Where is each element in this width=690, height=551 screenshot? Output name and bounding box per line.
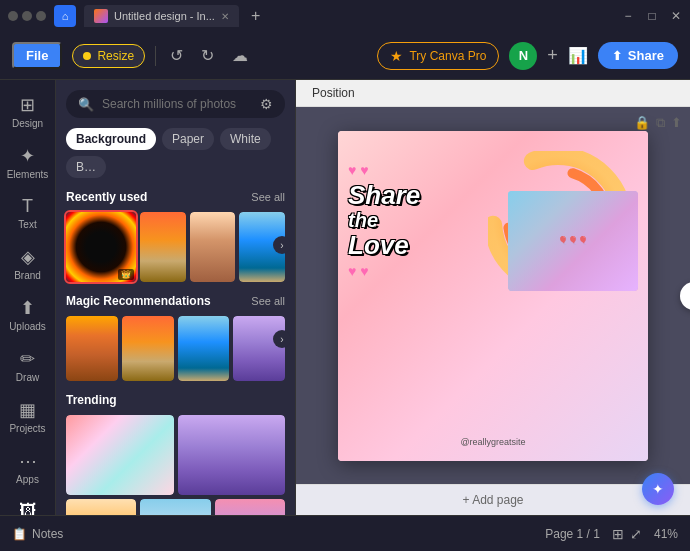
recently-used-photo-2[interactable] <box>140 212 186 282</box>
notes-label: Notes <box>32 527 63 541</box>
recently-used-next-arrow[interactable]: › <box>273 236 291 254</box>
chip-paper[interactable]: Paper <box>162 128 214 150</box>
filter-icon[interactable]: ⚙ <box>260 96 273 112</box>
view-buttons: ⊞ ⤢ <box>612 526 642 542</box>
crown-icon: 👑 <box>118 269 134 280</box>
minimize-button[interactable]: − <box>622 10 634 22</box>
recently-used-photo-1[interactable]: 👑 <box>66 212 136 282</box>
canvas-refresh-button[interactable]: ↻ <box>680 282 690 310</box>
search-input[interactable] <box>102 97 252 111</box>
icon-sidebar: ⊞ Design ✦ Elements T Text ◈ Brand ⬆ Upl… <box>0 80 56 515</box>
copy-icon[interactable]: ⧉ <box>656 115 665 131</box>
trending-row-2 <box>66 499 285 515</box>
magic-recs-see-all[interactable]: See all <box>251 295 285 307</box>
resize-label: Resize <box>97 49 134 63</box>
position-label: Position <box>312 86 355 100</box>
grid-view-button[interactable]: ⊞ <box>612 526 624 542</box>
app-dots <box>8 11 46 21</box>
canvas-frame[interactable]: ♥ ♥ Share the Love ♥ ♥ <box>338 131 648 461</box>
file-button[interactable]: File <box>12 42 62 69</box>
text-icon: T <box>22 196 33 217</box>
sidebar-item-uploads[interactable]: ⬆ Uploads <box>4 291 52 338</box>
balloons-graphic: 🎈🎈🎈 <box>508 191 638 291</box>
add-page-button[interactable]: + Add page <box>296 484 690 515</box>
photos-icon: 🖼 <box>19 501 37 515</box>
sidebar-item-photos[interactable]: 🖼 Photos <box>4 495 52 515</box>
magic-photo-2[interactable] <box>122 316 174 381</box>
active-tab[interactable]: Untitled design - In... ✕ <box>84 5 239 27</box>
magic-photo-4[interactable] <box>233 316 285 381</box>
photos-panel: 🔍 ⚙ Background Paper White B… Recently u… <box>56 80 296 515</box>
trending-photo-1[interactable] <box>66 415 174 495</box>
design-icon: ⊞ <box>20 94 35 116</box>
maximize-button[interactable]: □ <box>646 10 658 22</box>
canvas-credit: @reallygreatsite <box>460 437 525 447</box>
user-avatar[interactable]: N <box>509 42 537 70</box>
recently-used-section: Recently used See all 👑 › <box>66 190 285 282</box>
sidebar-item-draw[interactable]: ✏ Draw <box>4 342 52 389</box>
magic-recs-grid <box>66 316 285 381</box>
try-canva-label: Try Canva Pro <box>409 49 486 63</box>
search-icon: 🔍 <box>78 97 94 112</box>
canvas-sticker-line3: Love <box>348 231 508 260</box>
projects-label: Projects <box>9 423 45 434</box>
magic-photo-1[interactable] <box>66 316 118 381</box>
canvas-inset-photo[interactable]: 🎈🎈🎈 <box>508 191 638 291</box>
toolbar: File Resize ↺ ↻ ☁ ★ Try Canva Pro N + 📊 … <box>0 32 690 80</box>
add-tab-button[interactable]: + <box>251 7 260 25</box>
magic-recs-title: Magic Recommendations <box>66 294 211 308</box>
close-button[interactable]: ✕ <box>670 10 682 22</box>
trending-title: Trending <box>66 393 117 407</box>
trending-photo-3[interactable] <box>66 499 136 515</box>
chip-white[interactable]: White <box>220 128 271 150</box>
magic-photo-3[interactable] <box>178 316 230 381</box>
resize-button[interactable]: Resize <box>72 44 145 68</box>
chip-more[interactable]: B… <box>66 156 106 178</box>
sidebar-item-apps[interactable]: ⋯ Apps <box>4 444 52 491</box>
zoom-level: 41% <box>654 527 678 541</box>
recently-used-see-all[interactable]: See all <box>251 191 285 203</box>
recently-used-grid: 👑 <box>66 212 285 282</box>
lock-icon[interactable]: 🔒 <box>634 115 650 131</box>
stats-button[interactable]: 📊 <box>568 46 588 65</box>
trending-photo-5[interactable] <box>215 499 285 515</box>
cloud-save-button[interactable]: ☁ <box>228 42 252 69</box>
canvas-area: Position 🔒 ⧉ ⬆ <box>296 80 690 515</box>
add-collaborator-button[interactable]: + <box>547 45 558 66</box>
page-info: Page 1 / 1 <box>545 527 600 541</box>
magic-recs-next-arrow[interactable]: › <box>273 330 291 348</box>
apps-label: Apps <box>16 474 39 485</box>
heart-decoration-top: ♥ ♥ <box>348 162 369 178</box>
trending-photo-4[interactable] <box>140 499 210 515</box>
resize-dot-icon <box>83 52 91 60</box>
sidebar-item-elements[interactable]: ✦ Elements <box>4 139 52 186</box>
redo-button[interactable]: ↻ <box>197 42 218 69</box>
try-canva-button[interactable]: ★ Try Canva Pro <box>377 42 499 70</box>
magic-recommendations-section: Magic Recommendations See all › <box>66 294 285 381</box>
titlebar: ⌂ Untitled design - In... ✕ + − □ ✕ <box>0 0 690 32</box>
sidebar-item-brand[interactable]: ◈ Brand <box>4 240 52 287</box>
text-label: Text <box>18 219 36 230</box>
undo-button[interactable]: ↺ <box>166 42 187 69</box>
expand-view-button[interactable]: ⤢ <box>630 526 642 542</box>
sidebar-item-text[interactable]: T Text <box>4 190 52 236</box>
canvas-wrapper[interactable]: 🔒 ⧉ ⬆ <box>296 107 690 484</box>
apps-icon: ⋯ <box>19 450 37 472</box>
chip-background[interactable]: Background <box>66 128 156 150</box>
export-icon[interactable]: ⬆ <box>671 115 682 131</box>
draw-icon: ✏ <box>20 348 35 370</box>
share-button[interactable]: ⬆ Share <box>598 42 678 69</box>
trending-photo-2[interactable] <box>178 415 286 495</box>
notes-button[interactable]: 📋 Notes <box>12 527 63 541</box>
tab-close-icon[interactable]: ✕ <box>221 11 229 22</box>
sidebar-item-design[interactable]: ⊞ Design <box>4 88 52 135</box>
recently-used-photo-3[interactable] <box>190 212 236 282</box>
projects-icon: ▦ <box>19 399 36 421</box>
sidebar-item-projects[interactable]: ▦ Projects <box>4 393 52 440</box>
elements-label: Elements <box>7 169 49 180</box>
uploads-icon: ⬆ <box>20 297 35 319</box>
magic-button[interactable]: ✦ <box>642 473 674 505</box>
home-icon[interactable]: ⌂ <box>54 5 76 27</box>
notes-icon: 📋 <box>12 527 27 541</box>
tab-title: Untitled design - In... <box>114 10 215 22</box>
